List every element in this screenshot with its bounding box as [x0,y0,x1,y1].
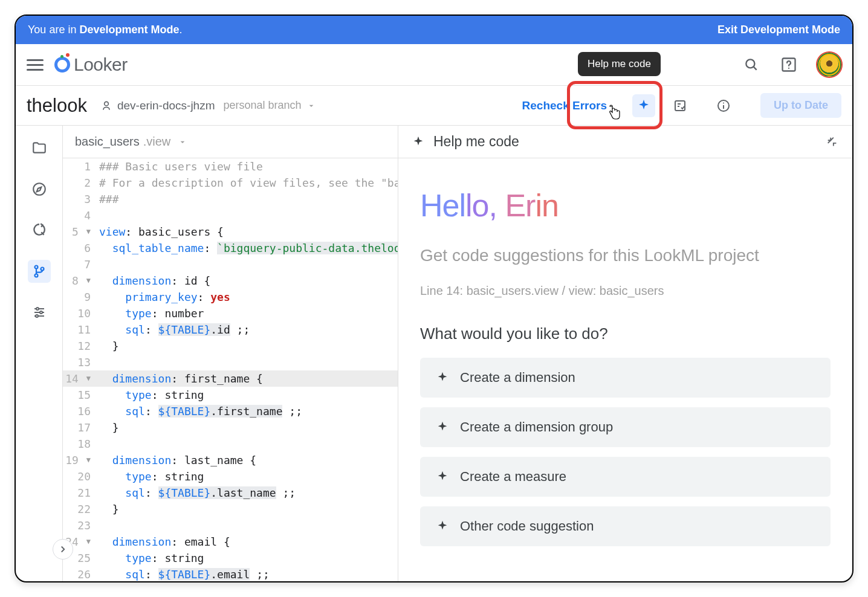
code-line[interactable]: 1### Basic users view file [63,158,398,175]
code-line[interactable]: 12 } [63,338,398,354]
find-replace-icon[interactable] [28,219,51,242]
compass-icon[interactable] [28,178,51,201]
svg-point-8 [723,102,724,103]
suggestion-1[interactable]: Create a dimension group [420,407,831,447]
looker-logo-icon [54,57,70,73]
git-branch-icon[interactable] [28,260,51,283]
help-me-code-button[interactable] [632,94,655,117]
app-topbar: Looker [16,44,852,86]
suggestion-2[interactable]: Create a measure [420,457,831,497]
code-line[interactable]: 26 sql: ${TABLE}.email ;; [63,566,398,581]
code-line[interactable]: 7 [63,256,398,273]
sparkle-icon [436,371,449,384]
svg-point-0 [746,59,754,68]
code-editor[interactable]: 1### Basic users view file2# For a descr… [63,158,398,581]
code-line[interactable]: 14 ▼ dimension: first_name { [63,370,398,387]
hamburger-menu-icon[interactable] [27,56,44,73]
code-line[interactable]: 16 sql: ${TABLE}.first_name ;; [63,403,398,419]
sparkle-icon [412,135,425,149]
cursor-pointer-icon [607,104,621,121]
help-me-code-tooltip: Help me code [578,52,661,76]
dev-mode-label: Development Mode [79,24,179,36]
dev-mode-prefix: You are in [28,24,79,36]
svg-line-1 [753,66,756,69]
code-line[interactable]: 10 type: number [63,305,398,321]
folder-icon[interactable] [28,137,51,160]
code-line[interactable]: 21 sql: ${TABLE}.last_name ;; [63,485,398,501]
recheck-errors-link[interactable]: Recheck Errors [522,99,607,112]
editor-column: basic_users.view 1### Basic users view f… [63,126,398,581]
code-line[interactable]: 24 ▼ dimension: email { [63,534,398,550]
code-line[interactable]: 4 [63,207,398,224]
svg-point-9 [33,183,45,195]
suggestion-0[interactable]: Create a dimension [420,358,831,398]
suggestion-3[interactable]: Other code suggestion [420,506,831,546]
dev-mode-banner: You are in Development Mode. Exit Develo… [16,16,852,44]
branch-selector[interactable]: dev-erin-docs-jhzm personal branch [100,99,316,112]
sparkle-icon [436,470,449,483]
svg-point-18 [40,311,42,314]
code-line[interactable]: 3### [63,191,398,207]
looker-logo[interactable]: Looker [54,54,128,75]
code-line[interactable]: 18 [63,436,398,452]
up-to-date-button: Up to Date [760,93,841,118]
code-line[interactable]: 6 sql_table_name: `bigquery-public-data.… [63,240,398,256]
code-line[interactable]: 22 } [63,501,398,517]
search-icon[interactable] [742,56,760,74]
hello-greeting: Hello, Erin [420,187,831,224]
user-avatar[interactable] [817,53,841,77]
help-subtitle: Get code suggestions for this LookML pro… [420,244,831,267]
svg-point-19 [36,315,38,317]
sparkle-icon [436,520,449,533]
sparkle-icon [436,421,449,434]
svg-point-12 [34,274,37,277]
svg-point-4 [105,102,109,106]
left-navigation [16,126,63,581]
project-name: thelook [27,95,87,117]
svg-point-17 [36,308,39,310]
project-bar: thelook dev-erin-docs-jhzm personal bran… [16,86,852,126]
code-line[interactable]: 15 type: string [63,387,398,403]
exit-dev-mode-link[interactable]: Exit Development Mode [717,24,840,36]
help-question: What would you like to do? [420,324,831,343]
code-line[interactable]: 20 type: string [63,468,398,485]
code-line[interactable]: 17 } [63,419,398,436]
code-line[interactable]: 23 [63,517,398,534]
info-icon[interactable] [712,94,735,117]
help-context: Line 14: basic_users.view / view: basic_… [420,284,831,298]
collapse-icon[interactable] [826,135,839,149]
code-line[interactable]: 9 primary_key: yes [63,289,398,305]
help-panel-title: Help me code [433,134,519,150]
help-icon[interactable] [780,56,798,74]
code-line[interactable]: 5 ▼view: basic_users { [63,224,398,240]
svg-point-13 [40,268,44,271]
file-tab[interactable]: basic_users.view [63,126,398,158]
code-line[interactable]: 11 sql: ${TABLE}.id ;; [63,321,398,338]
code-line[interactable]: 19 ▼ dimension: last_name { [63,452,398,468]
validation-icon[interactable] [669,94,691,117]
code-line[interactable]: 13 [63,354,398,370]
svg-point-3 [788,68,789,69]
help-panel: Help me code Hello, Erin Get code sugges… [398,126,852,581]
code-line[interactable]: 8 ▼ dimension: id { [63,273,398,289]
expand-chevron-icon[interactable] [53,539,73,560]
svg-rect-5 [675,101,685,111]
settings-sliders-icon[interactable] [28,301,51,324]
svg-point-11 [34,266,37,269]
code-line[interactable]: 25 type: string [63,550,398,566]
help-panel-header: Help me code [398,126,852,158]
code-line[interactable]: 2# For a description of view files, see … [63,175,398,191]
